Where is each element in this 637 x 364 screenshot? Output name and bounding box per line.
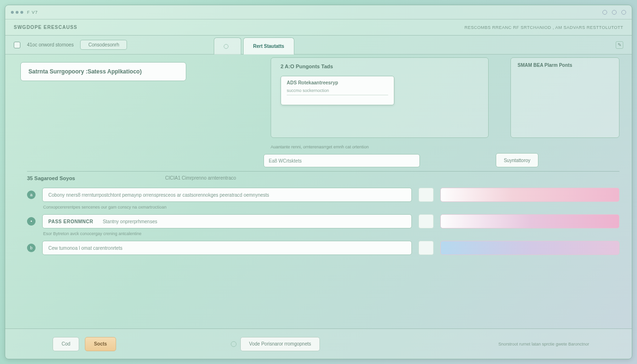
tb-dot <box>16 11 18 14</box>
footer-mid: Vode Porisnaror rromgopnets <box>231 337 320 351</box>
radio-icon[interactable] <box>231 341 237 347</box>
tab-statistics[interactable]: Rert Stautatts <box>243 37 294 55</box>
center-panel-title: 2 A:O Pungonts Tads <box>281 64 479 69</box>
cancel-button[interactable]: Cod <box>53 337 79 351</box>
tb-dot <box>20 11 23 14</box>
step-badge: a <box>27 191 36 199</box>
dropdown-line2: succmo sockernoction <box>287 88 388 95</box>
step-afterbox[interactable] <box>419 188 434 202</box>
toolbar: 41oc onword stornoes Consodesonrh Rert S… <box>5 36 632 55</box>
count-label: 41oc onword stornoes <box>27 42 73 47</box>
window-maximize-button[interactable] <box>612 10 617 15</box>
tab-label: Rert Stautatts <box>253 44 284 49</box>
side-panel-title: SMAM BEA Plarm Ponts <box>518 63 612 68</box>
window-minimize-button[interactable] <box>602 10 607 15</box>
edit-icon[interactable]: ✎ <box>616 41 623 49</box>
content-area: Satrnta Surrgopoory :Satess Applkatioco)… <box>5 55 632 328</box>
title-bar: F V7 <box>5 5 632 19</box>
section-heading: 35 Sagaroed Soyos <box>27 175 75 181</box>
step-text: Cew tumonoa l omat carentronrtets <box>48 246 122 251</box>
step-input-1[interactable]: Cobony nners8 rrernturrpostchtont pemayn… <box>42 188 412 202</box>
step-badge: b <box>27 244 36 252</box>
side-panel: SMAM BEA Plarm Ponts <box>510 57 619 138</box>
step-row: b Cew tumonoa l omat carentronrtets <box>27 241 619 255</box>
breadcrumb-left: SWGDOPE ERESCAUSS <box>14 25 77 30</box>
progress-bar-1[interactable] <box>440 188 619 202</box>
breadcrumb-right: RESCOMBS RREANC RF SRTCHANIOD , AM SADVA… <box>464 25 623 30</box>
step-row: a Cobony nners8 rrernturrpostchtont pema… <box>27 188 619 202</box>
progress-bar-2[interactable] <box>440 214 619 228</box>
tb-dot <box>11 11 14 14</box>
footer-mid-label: Vode Porisnaror rromgopnets <box>249 341 311 346</box>
application-title-box[interactable]: Satrnta Surrgopoory :Satess Applkatioco) <box>20 62 186 81</box>
subcategory-button[interactable]: Suyntattoroy <box>496 153 538 167</box>
category-pill[interactable]: Consodesonrh <box>80 40 127 50</box>
cancel-label: Cod <box>62 341 70 346</box>
mid-input[interactable]: Ea8 WCrtsktets <box>264 154 420 167</box>
save-button[interactable]: Socts <box>85 337 116 351</box>
step-subtext: Conxopcererentpes sencenes our gam consc… <box>43 205 619 209</box>
step-afterbox[interactable] <box>419 241 434 255</box>
steps-section: 35 Sagaroed Soyos CICIA1 Cimrprenno arnt… <box>27 171 619 258</box>
step-subtext: Esor Bytreton avck conocergay crening an… <box>43 231 619 236</box>
tab-blank[interactable] <box>214 37 241 55</box>
step-badge: • <box>27 217 36 226</box>
footer-bar: Cod Socts Vode Porisnaror rromgopnets Sn… <box>5 328 632 359</box>
breadcrumb-bar: SWGDOPE ERESCAUSS RESCOMBS RREANC RF SRT… <box>5 19 632 36</box>
tabset: Rert Stautatts <box>214 37 294 55</box>
save-label: Socts <box>94 341 107 346</box>
footer-mid-button[interactable]: Vode Porisnaror rromgopnets <box>240 337 320 351</box>
app-window: F V7 SWGDOPE ERESCAUSS RESCOMBS RREANC R… <box>5 5 632 359</box>
step-text: Stantny onprerprhmenses <box>103 219 157 224</box>
dropdown-card[interactable]: ADS Rotekaantreesryp succmo sockernoctio… <box>281 76 394 105</box>
step-lead: PASS ERONMNCR <box>48 219 93 224</box>
mid-input-text: Ea8 WCrtsktets <box>269 158 301 164</box>
step-row: • PASS ERONMNCR Stantny onprerprhmenses <box>27 214 619 228</box>
select-all-checkbox[interactable] <box>14 42 20 48</box>
mid-caption: Auantante renni, ornterenasrrget emnh ca… <box>271 145 369 149</box>
step-input-3[interactable]: Cew tumonoa l omat carentronrtets <box>42 241 412 255</box>
center-panel: 2 A:O Pungonts Tads ADS Rotekaantreesryp… <box>271 57 489 138</box>
step-input-2[interactable]: PASS ERONMNCR Stantny onprerprhmenses <box>42 214 412 228</box>
titlebar-text: F V7 <box>27 10 38 15</box>
progress-bar-3[interactable] <box>440 241 619 255</box>
footer-right-text: Snorstroot rurnet latan sprctie gwete Ba… <box>498 342 589 346</box>
application-title: Satrnta Surrgopoory :Satess Applkatioco) <box>28 68 142 75</box>
window-close-button[interactable] <box>621 10 626 15</box>
step-text: Cobony nners8 rrernturrpostchtont pemayn… <box>48 192 269 198</box>
section-subheading: CICIA1 Cimrprenno arnterentraco <box>165 175 237 181</box>
step-afterbox[interactable] <box>419 214 434 228</box>
dropdown-line1: ADS Rotekaantreesryp <box>287 80 388 85</box>
subcategory-label: Suyntattoroy <box>504 158 530 163</box>
tab-circle-icon <box>224 44 228 49</box>
